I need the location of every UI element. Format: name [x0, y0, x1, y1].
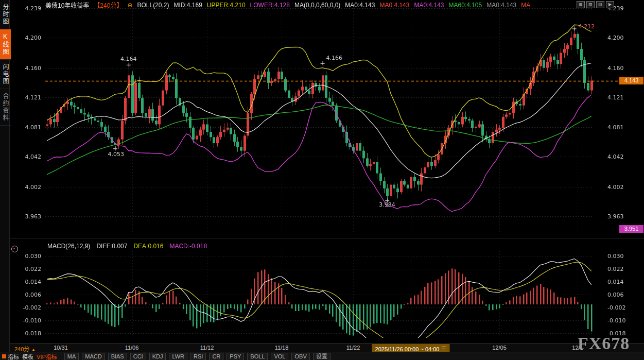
sidebar-item-flash-chart[interactable]: 闪电图: [0, 60, 11, 89]
sidebar-item-contract-info[interactable]: 合约资料: [0, 89, 11, 126]
window-layout-icons: ▦ ▥ ▤ ▶: [577, 1, 614, 8]
date-label: 11/06: [125, 345, 139, 351]
ma0-value-3: MA0:4.143: [414, 2, 444, 9]
left-sidebar: 分时图 K线图 闪电图 合约资料: [0, 0, 10, 352]
boll-upper-value: UPPER:4.210: [207, 2, 246, 9]
boll-mid-value: MID:4.169: [174, 2, 202, 9]
period-badge[interactable]: 【240分】: [94, 1, 123, 9]
ma-label: MA(0,0,0,60,0,0): [294, 2, 340, 9]
chart-header: 美债10年收益率 【240分】 ⊖ BOLL(20,2) MID:4.169 U…: [45, 1, 530, 9]
bottom-toolbar: 指标 模板 VIP指标 MA MACD BIAS CCI KDJ LWR RSI…: [0, 352, 644, 360]
play-forward-icon[interactable]: ▶: [606, 1, 614, 8]
indicator-button-obv[interactable]: OBV: [291, 353, 309, 360]
indicator-button-rsi[interactable]: RSI: [190, 353, 206, 360]
x-axis-row: 240分 ▲ 10/31 11/06 11/12 11/18 11/22 202…: [9, 343, 644, 352]
sidebar-item-kline-chart[interactable]: K线图: [0, 29, 11, 60]
indicator-button-vol[interactable]: VOL: [271, 353, 288, 360]
date-label: 12/05: [492, 345, 507, 351]
ma0-value-4: MA0:4.143: [486, 2, 516, 9]
ma0-value-2: MA0:4.143: [379, 2, 409, 9]
indicator-button-ma[interactable]: MA: [64, 353, 79, 360]
indicator-button-boll[interactable]: BOLL: [247, 353, 268, 360]
macd-dea-value: DEA:0.016: [133, 243, 163, 250]
indicator-button-cr[interactable]: CR: [209, 353, 223, 360]
macd-legend: MACD(26,12,9) DIFF:0.007 DEA:0.016 MACD:…: [47, 243, 207, 250]
lower-band-tag: 3.951: [619, 225, 643, 233]
ma60-value: MA60:4.105: [448, 2, 482, 9]
boll-lower-value: LOWER:4.128: [250, 2, 290, 9]
macd-diff-value: DIFF:0.007: [96, 243, 127, 250]
indicator-button-lwr[interactable]: LWR: [169, 353, 187, 360]
list-layout-icon[interactable]: ▤: [596, 1, 604, 8]
indicator-button-cci[interactable]: CCI: [130, 353, 146, 360]
price-chart-canvas[interactable]: [0, 0, 644, 360]
macd-hist-value: MACD:-0.018: [169, 243, 207, 250]
indicator-button-bias[interactable]: BIAS: [108, 353, 127, 360]
boll-label: BOLL(20,2): [137, 2, 169, 9]
crosshair-marker-icon[interactable]: [11, 246, 18, 252]
collapse-icon[interactable]: ⊖: [127, 2, 132, 9]
trading-terminal: 分时图 K线图 闪电图 合约资料 美债10年收益率 【240分】 ⊖ BOLL(…: [0, 0, 644, 360]
date-label: 10/31: [54, 345, 68, 351]
tab-indicators[interactable]: 指标: [2, 352, 19, 360]
settings-button[interactable]: 设置: [313, 353, 330, 360]
date-label: 11/22: [346, 345, 360, 351]
tab-templates[interactable]: 模板: [22, 352, 33, 360]
watermark: FX678: [578, 334, 630, 353]
indicator-button-macd[interactable]: MACD: [82, 353, 105, 360]
split-layout-icon[interactable]: ▥: [586, 1, 595, 8]
ma0-value-1: MA0:4.143: [345, 2, 375, 9]
grid-layout-icon[interactable]: ▦: [577, 1, 585, 8]
sidebar-item-timeline-chart[interactable]: 分时图: [0, 0, 11, 29]
indicator-bullet-icon: [2, 354, 6, 358]
indicator-button-kdj[interactable]: KDJ: [149, 353, 166, 360]
last-price-tag: 4.143: [619, 77, 643, 84]
ma-truncated-label: MA: [521, 2, 530, 9]
tab-vip-indicators[interactable]: VIP指标: [37, 352, 57, 360]
macd-params-label: MACD(26,12,9): [47, 243, 90, 250]
symbol-title: 美债10年收益率: [45, 1, 89, 9]
date-label: 11/18: [275, 345, 289, 351]
indicator-button-psy[interactable]: PSY: [227, 353, 244, 360]
date-label: 11/12: [200, 345, 214, 351]
